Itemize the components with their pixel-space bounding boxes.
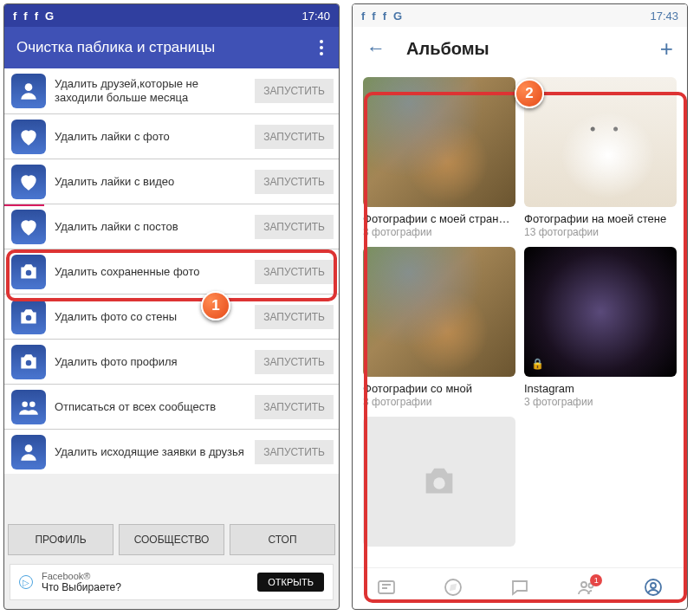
status-time: 17:43 <box>650 10 678 23</box>
run-button[interactable]: ЗАПУСТИТЬ <box>255 395 334 419</box>
ad-banner[interactable]: ▷ Facebook® Что Выбираете? ОТКРЫТЬ <box>10 564 334 600</box>
action-row: Удалить лайки с постовЗАПУСТИТЬ <box>4 204 339 249</box>
camera-icon <box>11 345 46 379</box>
action-row: Отписаться от всех сообществЗАПУСТИТЬ <box>4 384 339 429</box>
action-label: Удалить лайки с фото <box>55 130 246 144</box>
stop-button[interactable]: СТОП <box>230 524 335 555</box>
callout-1: 1 <box>201 291 230 320</box>
run-button[interactable]: ЗАПУСТИТЬ <box>255 440 334 464</box>
action-row: Удалить фото со стеныЗАПУСТИТЬ <box>4 294 339 339</box>
facebook-icon: f <box>383 10 386 23</box>
svg-rect-8 <box>379 581 394 593</box>
album-item[interactable]: Фотографии на моей стене13 фотографии <box>524 77 677 238</box>
action-label: Удалить лайки с видео <box>55 175 246 189</box>
album-placeholder[interactable] <box>363 417 515 547</box>
svg-point-0 <box>25 83 33 91</box>
action-label: Удалить лайки с постов <box>55 220 246 234</box>
nav-discover-icon[interactable] <box>443 577 463 601</box>
ad-open-button[interactable]: ОТКРЫТЬ <box>257 573 324 592</box>
album-count: 3 фотографии <box>524 396 677 408</box>
album-thumbnail <box>363 77 515 207</box>
group-icon <box>11 390 46 424</box>
svg-marker-12 <box>450 585 456 590</box>
album-title: Фотографии на моей стене <box>524 212 677 225</box>
nav-friends-icon[interactable]: 1 <box>576 577 597 601</box>
svg-point-6 <box>25 444 33 452</box>
svg-point-4 <box>22 401 28 407</box>
ad-title: Facebook® <box>42 571 249 581</box>
facebook-icon: f <box>23 10 27 23</box>
svg-point-16 <box>651 583 656 588</box>
nav-news-icon[interactable] <box>376 577 397 601</box>
album-title: Фотографии с моей страницы <box>363 212 515 225</box>
run-button[interactable]: ЗАПУСТИТЬ <box>255 79 334 103</box>
status-bar: f f f G 17:40 <box>4 4 339 27</box>
heart-icon <box>11 210 46 244</box>
heart-icon <box>11 165 46 199</box>
album-title: Instagram <box>524 382 677 395</box>
nav-messages-icon[interactable] <box>509 577 530 601</box>
run-button[interactable]: ЗАПУСТИТЬ <box>255 125 334 149</box>
person-icon <box>11 74 46 108</box>
camera-icon <box>363 417 515 547</box>
album-thumbnail <box>363 247 515 377</box>
run-button[interactable]: ЗАПУСТИТЬ <box>255 215 334 239</box>
bottom-nav: 1 <box>353 567 687 609</box>
album-item[interactable]: Фотографии со мной3 фотографии <box>363 247 515 408</box>
run-button[interactable]: ЗАПУСТИТЬ <box>255 260 334 284</box>
callout-2: 2 <box>515 79 544 108</box>
app-header: Очистка паблика и страницы <box>4 27 339 68</box>
action-row: Удалить лайки с видеоЗАПУСТИТЬ <box>4 159 339 204</box>
heart-icon <box>11 120 46 154</box>
svg-point-5 <box>29 401 36 407</box>
google-icon: G <box>45 10 54 23</box>
adchoices-icon[interactable]: ▷ <box>19 575 33 589</box>
action-row: Удалить сохраненные фотоЗАПУСТИТЬ <box>4 249 339 294</box>
action-label: Удалить сохраненные фото <box>55 265 246 279</box>
album-item[interactable]: Фотографии с моей страницы3 фотографии <box>363 77 515 238</box>
album-item[interactable]: 🔒Instagram3 фотографии <box>524 247 677 408</box>
cleaner-app-screen: f f f G 17:40 Очистка паблика и страницы… <box>3 3 340 610</box>
albums-title: Альбомы <box>406 39 639 59</box>
nav-profile-icon[interactable] <box>643 577 664 601</box>
profile-button[interactable]: ПРОФИЛЬ <box>8 524 113 555</box>
action-row: Удалить исходящие заявки в друзьяЗАПУСТИ… <box>4 429 339 474</box>
action-label: Отписаться от всех сообществ <box>55 400 246 414</box>
action-row: Удалить друзей,которые не заходили больш… <box>4 68 339 113</box>
svg-point-1 <box>26 269 32 275</box>
action-label: Удалить исходящие заявки в друзья <box>55 445 246 459</box>
run-button[interactable]: ЗАПУСТИТЬ <box>255 170 334 194</box>
album-count: 3 фотографии <box>363 226 515 238</box>
status-time: 17:40 <box>301 10 330 23</box>
back-icon[interactable]: ← <box>366 37 386 60</box>
add-album-icon[interactable]: + <box>660 36 673 62</box>
google-icon: G <box>393 10 402 23</box>
action-label: Удалить фото профиля <box>55 355 246 369</box>
albums-grid: Фотографии с моей страницы3 фотографииФо… <box>353 70 687 567</box>
nav-badge: 1 <box>590 574 602 586</box>
camera-icon <box>11 255 46 289</box>
album-count: 13 фотографии <box>524 226 677 238</box>
svg-point-7 <box>433 477 444 489</box>
bottom-button-bar: ПРОФИЛЬ СООБЩЕСТВО СТОП <box>4 519 339 560</box>
run-button[interactable]: ЗАПУСТИТЬ <box>255 350 334 374</box>
svg-point-3 <box>26 359 32 366</box>
svg-point-2 <box>26 314 32 320</box>
albums-header: ← Альбомы + <box>353 27 687 70</box>
action-label: Удалить друзей,которые не заходили больш… <box>55 77 246 104</box>
actions-list: Удалить друзей,которые не заходили больш… <box>4 68 339 519</box>
action-row: Удалить фото профиляЗАПУСТИТЬ <box>4 339 339 384</box>
ad-subtitle: Что Выбираете? <box>42 581 249 593</box>
more-options-icon[interactable] <box>316 36 327 59</box>
facebook-icon: f <box>13 10 16 23</box>
album-count: 3 фотографии <box>363 396 515 408</box>
community-button[interactable]: СООБЩЕСТВО <box>119 524 224 555</box>
run-button[interactable]: ЗАПУСТИТЬ <box>255 305 334 329</box>
person-icon <box>11 435 46 469</box>
action-row: Удалить лайки с фотоЗАПУСТИТЬ <box>4 113 339 159</box>
album-thumbnail: 🔒 <box>524 247 677 377</box>
facebook-icon: f <box>35 10 38 23</box>
status-bar: f f f G 17:43 <box>353 4 687 27</box>
svg-point-13 <box>581 582 587 587</box>
facebook-icon: f <box>361 10 365 23</box>
